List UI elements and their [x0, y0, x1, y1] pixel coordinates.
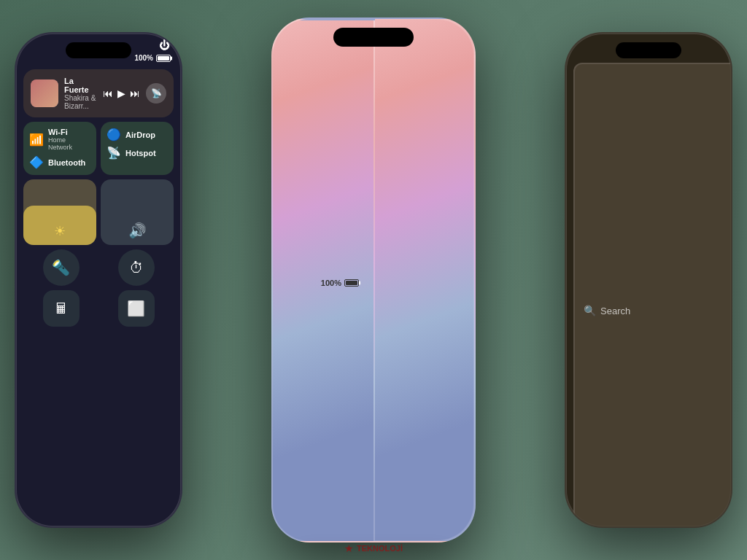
brightness-slider[interactable]: [23, 179, 96, 245]
airdrop-icon: 🔵: [107, 128, 121, 141]
left-cc-container: La Fuerte Shakira & Bizarr... ⏮ ▶ ⏭ 📡 📶: [16, 65, 181, 331]
right-phone: 🔍 Search 💬 Translate French Translate 🎙 …: [565, 32, 732, 528]
watermark-logo: ★: [344, 542, 354, 554]
flashlight-btn[interactable]: 🔦: [43, 249, 80, 286]
timer-icon: ⏱: [129, 260, 144, 276]
center-phone: ▐▐ 📶 100%: [271, 18, 476, 542]
np-title: La Fuerte: [64, 77, 97, 94]
right-dynamic-island: [616, 42, 681, 58]
flashlight-icon: 🔦: [52, 259, 70, 276]
center-battery-bar: [344, 279, 359, 287]
left-battery-bar: [156, 55, 171, 62]
cc-bottom-row2: 🖩 ⬜: [23, 290, 174, 327]
calculator-btn[interactable]: 🖩: [43, 290, 80, 327]
wifi-bt-block[interactable]: 📶 Wi-Fi Home Network 🔷 Bluetooth: [23, 122, 96, 175]
watermark-text: TEKNOLOJİ: [357, 544, 403, 553]
hotspot-icon: 📡: [107, 146, 121, 160]
next-btn[interactable]: ⏭: [130, 88, 140, 99]
cc-grid-top: 📶 Wi-Fi Home Network 🔷 Bluetooth 🔵: [23, 122, 174, 175]
now-playing-widget[interactable]: La Fuerte Shakira & Bizarr... ⏮ ▶ ⏭ 📡: [23, 69, 174, 117]
search-bar-right[interactable]: 🔍 Search: [573, 63, 732, 528]
bt-label: Bluetooth: [48, 158, 85, 167]
left-battery-pct: 100%: [134, 54, 153, 62]
wifi-network: Home Network: [48, 136, 90, 151]
prev-btn[interactable]: ⏮: [103, 88, 113, 99]
wifi-label: Wi-Fi: [48, 128, 90, 136]
np-artist: Shakira & Bizarr...: [64, 94, 97, 110]
album-art-thumb: [31, 79, 58, 107]
search-icon-right: 🔍: [584, 305, 596, 316]
play-btn[interactable]: ▶: [117, 88, 125, 99]
power-icon: ⏻: [159, 39, 169, 51]
hotspot-label: Hotspot: [125, 149, 156, 158]
watermark: ★ TEKNOLOJİ: [344, 542, 403, 554]
wifi-icon: 📶: [29, 133, 44, 147]
airdrop-label: AirDrop: [125, 131, 155, 139]
airdrop-block[interactable]: 🔵 AirDrop 📡 Hotspot: [101, 122, 174, 175]
timer-btn[interactable]: ⏱: [118, 249, 155, 286]
cc-bottom-row: 🔦 ⏱: [23, 249, 174, 286]
right-search-area: 🔍 Search: [566, 63, 731, 528]
scene: ⏻ 100% La Fuerte Shakira & Bizarr...: [0, 0, 747, 560]
center-status-bar: ▐▐ 📶 100%: [271, 19, 375, 542]
airplay-btn-left[interactable]: 📡: [146, 83, 166, 104]
search-placeholder: Search: [600, 306, 630, 316]
volume-icon-left: 🔊: [128, 222, 147, 239]
calculator-icon: 🖩: [54, 300, 69, 317]
screen-mirror-btn[interactable]: ⬜: [118, 290, 155, 327]
screen-mirror-icon: ⬜: [127, 300, 145, 317]
volume-slider[interactable]: 🔊: [101, 179, 174, 245]
center-dynamic-island: [333, 28, 414, 47]
left-phone: ⏻ 100% La Fuerte Shakira & Bizarr...: [15, 32, 182, 528]
np-info: La Fuerte Shakira & Bizarr...: [64, 77, 97, 110]
cc-sliders: 🔊: [23, 179, 174, 245]
np-controls[interactable]: ⏮ ▶ ⏭: [103, 88, 140, 99]
center-battery-pct: 100%: [321, 279, 341, 287]
center-battery: 100%: [321, 279, 359, 287]
left-dynamic-island: [66, 42, 131, 58]
bt-icon: 🔷: [29, 155, 44, 169]
